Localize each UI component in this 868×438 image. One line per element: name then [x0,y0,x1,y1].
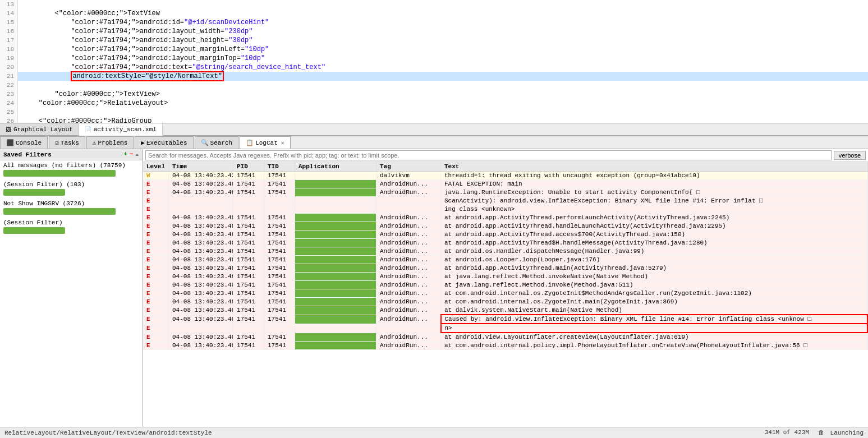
edit-filter-icon[interactable]: ✏ [135,151,139,158]
table-cell: 17541 [233,239,264,247]
table-row[interactable]: E ScanActivity): android.view.InflateExc… [143,197,867,205]
tab-graphical-layout[interactable]: 🖼 Graphical Layout [0,123,79,135]
status-launch: 🗑 Launching [818,429,864,436]
table-cell: ing class <unknown> [441,205,867,214]
line-number: 22 [0,81,18,90]
filter-item-session1[interactable]: (Session Filter) (103) [0,179,143,199]
table-cell: 17541 [233,264,264,273]
table-cell: 17541 [264,315,295,324]
table-cell: 04-08 13:40:23.489 [169,342,233,350]
tab-activity-scan-xml[interactable]: 📄 activity_scan.xml [79,123,163,136]
table-cell [169,324,233,333]
logcat-search-input[interactable] [145,150,832,160]
line-content: "color:#7a1794;">android:layout_marginTo… [18,54,265,63]
tab-logcat[interactable]: 📋 LogCat ✕ [240,136,291,149]
filter-item-imgsrv[interactable]: Not Show IMGSRV (3726) [0,199,143,218]
table-row[interactable]: E04-08 13:40:23.4891754117541AndroidRun.… [143,298,867,306]
code-line-14: 14 <"color:#0000cc;">TextView [0,9,868,18]
table-row[interactable]: E04-08 13:40:23.4891754117541AndroidRun.… [143,315,867,324]
table-cell: AndroidRun... [376,247,441,256]
table-cell: 04-08 13:40:23.489 [169,222,233,230]
saved-filters-title: Saved Filters [3,151,52,158]
table-cell: 17541 [233,180,264,188]
table-cell: AndroidRun... [376,289,441,298]
launch-label: Launching [830,430,864,436]
table-cell: E [143,315,169,324]
graphical-layout-label: Graphical Layout [13,126,73,133]
table-cell: 04-08 13:40:23.439 [169,172,233,180]
table-cell: 17541 [233,342,264,350]
table-row[interactable]: E04-08 13:40:23.4891754117541AndroidRun.… [143,256,867,264]
table-row[interactable]: E04-08 13:40:23.4891754117541AndroidRun.… [143,214,867,222]
line-number: 26 [0,117,18,123]
table-cell: AndroidRun... [376,230,441,239]
table-cell: 17541 [264,222,295,230]
table-cell: AndroidRun... [376,222,441,230]
table-cell [169,205,233,214]
table-cell: 17541 [264,273,295,281]
filter-imgsrv-bar [3,208,116,215]
table-row[interactable]: E04-08 13:40:23.4891754117541AndroidRun.… [143,273,867,281]
table-cell [295,315,376,324]
verbose-button[interactable]: verbose [834,151,866,160]
table-row[interactable]: E04-08 13:40:23.4891754117541AndroidRun.… [143,180,867,188]
tab-tasks[interactable]: ☑ Tasks [49,136,85,149]
table-row[interactable]: E04-08 13:40:23.4891754117541AndroidRun.… [143,281,867,289]
line-content [18,108,22,117]
code-line-18: 18 "color:#7a1794;">android:layout_margi… [0,45,868,54]
line-content [18,81,22,90]
table-cell: 17541 [233,230,264,239]
filter-item-session2[interactable]: (Session Filter) [0,218,143,237]
table-row[interactable]: E04-08 13:40:23.4891754117541AndroidRun.… [143,230,867,239]
search-icon: 🔍 [201,139,209,146]
table-cell: 17541 [264,256,295,264]
line-content: <"color:#0000cc;">TextView [18,9,160,18]
logcat-close-icon[interactable]: ✕ [281,140,284,146]
table-cell: 04-08 13:40:23.489 [169,247,233,256]
table-cell: at com.android.internal.os.ZygoteInit$Me… [441,289,867,298]
tab-executables[interactable]: ▶ Executables [135,136,193,149]
table-cell: at android.app.ActivityThread.main(Activ… [441,264,867,273]
table-cell: 17541 [264,298,295,306]
table-cell: E [143,256,169,264]
line-number: 14 [0,9,18,18]
table-cell: 17541 [233,289,264,298]
line-content: "color:#0000cc;">RelativeLayout> [18,99,168,108]
table-row[interactable]: E04-08 13:40:23.4891754117541AndroidRun.… [143,306,867,315]
editor-tab-bar: 🖼 Graphical Layout 📄 activity_scan.xml [0,123,868,136]
filter-session1-label: (Session Filter) (103) [3,181,139,188]
add-filter-icon[interactable]: + [123,151,127,158]
table-row[interactable]: E04-08 13:40:23.4891754117541AndroidRun.… [143,342,867,350]
filter-session2-label: (Session Filter) [3,219,139,226]
table-cell: E [143,281,169,289]
col-header-tid: TID [264,162,295,172]
table-row[interactable]: E04-08 13:40:23.4891754117541AndroidRun.… [143,289,867,298]
table-cell: 17541 [264,230,295,239]
tab-console[interactable]: ⬛ Console [0,136,48,149]
table-cell [233,205,264,214]
filter-item-all[interactable]: All messages (no filters) (78759) [0,160,143,179]
activity-scan-xml-label: activity_scan.xml [94,126,157,133]
table-cell [295,247,376,256]
table-cell: at android.app.ActivityThread$H.handleMe… [441,239,867,247]
remove-filter-icon[interactable]: − [130,151,134,158]
tab-problems[interactable]: ⚠ Problems [86,136,134,149]
table-row[interactable]: En> [143,324,867,333]
table-row[interactable]: Eing class <unknown> [143,205,867,214]
table-cell [376,197,441,205]
tab-search[interactable]: 🔍 Search [195,136,239,149]
table-row[interactable]: E04-08 13:40:23.4891754117541AndroidRun.… [143,333,867,342]
table-row[interactable]: E04-08 13:40:23.4891754117541AndroidRun.… [143,188,867,197]
table-row[interactable]: W04-08 13:40:23.4391754117541dalvikvmthr… [143,172,867,180]
table-row[interactable]: E04-08 13:40:23.4891754117541AndroidRun.… [143,247,867,256]
table-cell: 17541 [264,306,295,315]
table-row[interactable]: E04-08 13:40:23.4891754117541AndroidRun.… [143,264,867,273]
table-cell: 17541 [264,281,295,289]
table-cell: at android.os.Handler.dispatchMessage(Ha… [441,247,867,256]
table-cell: java.lang.RuntimeException: Unable to st… [441,188,867,197]
table-cell: AndroidRun... [376,273,441,281]
table-row[interactable]: E04-08 13:40:23.4891754117541AndroidRun.… [143,222,867,230]
col-header-level: Level [143,162,169,172]
table-row[interactable]: E04-08 13:40:23.4891754117541AndroidRun.… [143,239,867,247]
log-table-wrapper[interactable]: Level Time PID TID Application Tag Text … [143,162,868,427]
